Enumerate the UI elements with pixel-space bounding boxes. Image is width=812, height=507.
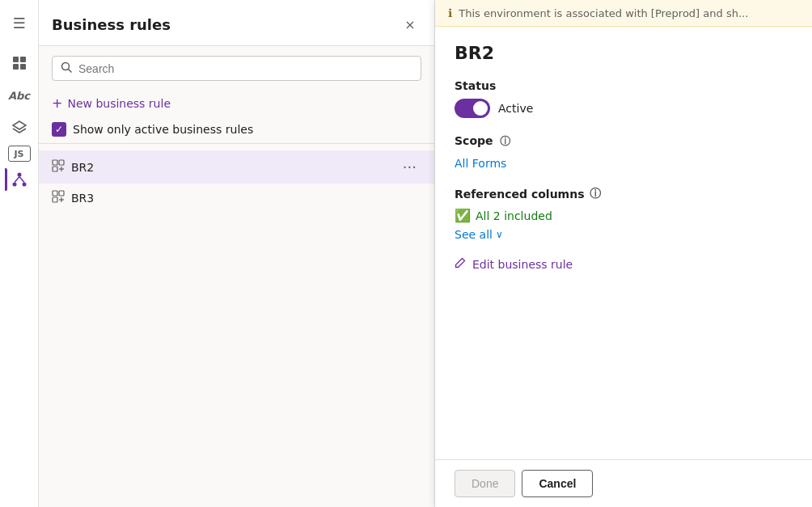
- referenced-columns-section: Referenced columns ⓘ ✅ All 2 included Se…: [455, 187, 793, 241]
- checkmark-icon: ✓: [55, 124, 63, 135]
- toggle-row: Active: [455, 99, 793, 118]
- rule-grid-icon-br3: [52, 190, 65, 206]
- svg-line-8: [15, 177, 19, 183]
- edit-label: Edit business rule: [472, 258, 573, 271]
- done-button[interactable]: Done: [455, 470, 515, 497]
- detail-rule-title: BR2: [455, 43, 793, 63]
- flow-nav-button[interactable]: [5, 165, 34, 194]
- scope-section: Scope ⓘ All Forms: [455, 134, 793, 171]
- svg-rect-13: [59, 160, 64, 165]
- see-all-label: See all: [455, 228, 493, 241]
- svg-point-7: [22, 183, 26, 187]
- rule-name-br3: BR3: [71, 192, 94, 205]
- icon-nav: ☰ Abc JS: [0, 0, 39, 507]
- rule-grid-icon-br2: [52, 159, 65, 175]
- search-icon: [61, 61, 72, 75]
- svg-point-5: [17, 173, 21, 177]
- cancel-button[interactable]: Cancel: [522, 470, 593, 497]
- svg-line-9: [19, 177, 24, 183]
- notification-bar: ℹ This environment is associated with [P…: [435, 0, 812, 27]
- filter-row: ✓ Show only active business rules: [39, 116, 434, 144]
- svg-rect-1: [20, 57, 26, 62]
- filter-label: Show only active business rules: [73, 123, 253, 136]
- referenced-columns-label: Referenced columns: [455, 188, 585, 201]
- business-rules-panel: Business rules × + New business rule ✓ S…: [39, 0, 435, 507]
- detail-content: BR2 Status Active Scope ⓘ All Forms Refe…: [435, 27, 812, 459]
- rules-list: BR2 ··· BR3: [39, 144, 434, 219]
- plus-icon: +: [52, 95, 62, 111]
- scope-header: Scope ⓘ: [455, 134, 793, 149]
- rule-item-left-br2: BR2: [52, 159, 94, 175]
- svg-point-6: [12, 183, 16, 187]
- status-toggle[interactable]: [455, 99, 490, 118]
- panel-header: Business rules ×: [39, 0, 434, 46]
- show-active-checkbox[interactable]: ✓: [52, 122, 66, 137]
- toggle-knob: [473, 101, 488, 116]
- search-box: [52, 56, 421, 81]
- notification-text: This environment is associated with [Pre…: [459, 7, 748, 19]
- svg-rect-12: [53, 160, 57, 165]
- svg-rect-19: [53, 197, 57, 202]
- check-circle-icon: ✅: [455, 208, 471, 223]
- rule-more-button-br2[interactable]: ···: [398, 157, 421, 177]
- new-rule-label: New business rule: [67, 97, 171, 110]
- panel-title: Business rules: [52, 16, 171, 33]
- scope-info-icon: ⓘ: [500, 135, 510, 147]
- status-section: Status Active: [455, 79, 793, 118]
- svg-rect-18: [59, 191, 64, 196]
- status-value: Active: [498, 102, 533, 115]
- see-all-button[interactable]: See all ∨: [455, 228, 793, 241]
- grid-nav-button[interactable]: [5, 49, 34, 78]
- search-input[interactable]: [78, 62, 412, 75]
- rule-name-br2: BR2: [71, 161, 94, 174]
- notification-info-icon: ℹ: [448, 6, 452, 19]
- edit-pencil-icon: [455, 257, 466, 271]
- rule-item-br3[interactable]: BR3: [39, 184, 434, 213]
- js-nav-button[interactable]: JS: [8, 146, 31, 162]
- layers-nav-button[interactable]: [5, 113, 34, 142]
- svg-marker-4: [13, 121, 26, 129]
- new-business-rule-button[interactable]: + New business rule: [39, 91, 434, 116]
- rule-item-left-br3: BR3: [52, 190, 94, 206]
- ref-status: ✅ All 2 included: [455, 208, 793, 223]
- rule-item-br2[interactable]: BR2 ···: [39, 150, 434, 184]
- svg-rect-17: [53, 191, 57, 196]
- svg-rect-0: [13, 57, 19, 62]
- svg-rect-14: [53, 167, 57, 171]
- close-button[interactable]: ×: [399, 13, 421, 36]
- edit-business-rule-button[interactable]: Edit business rule: [455, 257, 793, 271]
- scope-label: Scope: [455, 134, 493, 147]
- detail-footer: Done Cancel: [435, 459, 812, 507]
- ref-status-value: All 2 included: [476, 209, 552, 222]
- chevron-down-icon: ∨: [496, 229, 503, 240]
- status-label: Status: [455, 79, 793, 92]
- svg-rect-2: [13, 64, 19, 70]
- detail-panel: ℹ This environment is associated with [P…: [435, 0, 812, 507]
- text-nav-button[interactable]: Abc: [5, 81, 34, 110]
- scope-value: All Forms: [455, 157, 506, 170]
- svg-line-11: [69, 70, 72, 73]
- svg-rect-3: [20, 64, 26, 70]
- referenced-columns-header: Referenced columns ⓘ: [455, 187, 793, 201]
- referenced-columns-info-icon: ⓘ: [590, 187, 601, 201]
- hamburger-menu-button[interactable]: ☰: [5, 8, 34, 37]
